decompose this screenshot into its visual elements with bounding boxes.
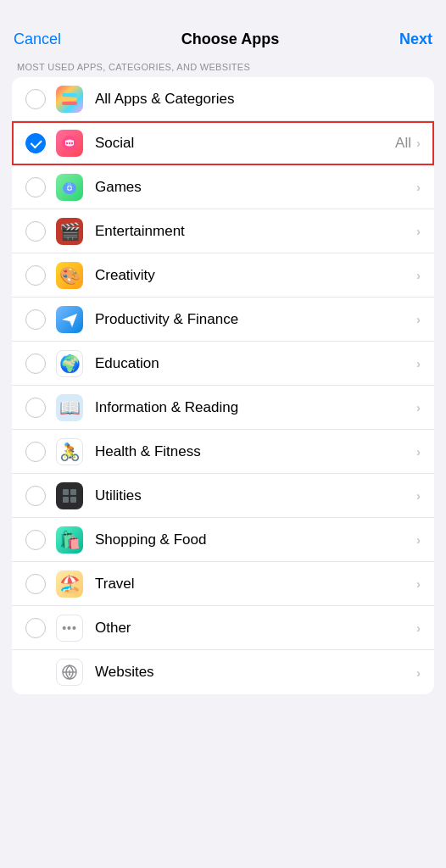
svg-marker-12 [62, 314, 77, 327]
radio-other[interactable] [25, 618, 46, 638]
svg-point-4 [66, 142, 68, 143]
chevron-creativity: › [416, 268, 421, 282]
svg-rect-14 [63, 489, 69, 495]
label-information: Information & Reading [95, 399, 415, 416]
icon-health: 🚴 [56, 438, 83, 465]
svg-rect-17 [70, 497, 76, 503]
list-item-creativity[interactable]: 🎨Creativity› [12, 253, 434, 298]
chevron-other: › [416, 620, 421, 635]
chevron-health: › [416, 444, 421, 459]
list-item-information[interactable]: 📖Information & Reading› [12, 386, 434, 430]
icon-information: 📖 [56, 394, 83, 421]
categories-list: All Apps & CategoriesSocialAll›Games›🎬En… [12, 77, 434, 694]
radio-games[interactable] [25, 177, 46, 198]
chevron-education: › [416, 356, 421, 370]
icon-websites [56, 659, 83, 686]
icon-creativity: 🎨 [56, 262, 83, 289]
svg-rect-15 [70, 489, 76, 495]
list-item-education[interactable]: 🌍Education› [12, 342, 434, 386]
svg-point-5 [69, 142, 70, 143]
list-item-games[interactable]: Games› [12, 165, 434, 209]
label-entertainment: Entertainment [95, 223, 415, 240]
label-health: Health & Fitness [95, 443, 415, 460]
chevron-social: › [416, 136, 421, 150]
list-item-other[interactable]: •••Other› [12, 606, 434, 650]
radio-productivity[interactable] [25, 309, 46, 330]
page-title: Choose Apps [181, 31, 279, 48]
radio-utilities[interactable] [25, 486, 46, 506]
chevron-utilities: › [416, 488, 421, 503]
label-creativity: Creativity [95, 267, 415, 284]
detail-social: All [395, 135, 411, 152]
icon-social [56, 130, 83, 157]
list-item-shopping[interactable]: 🛍️Shopping & Food› [12, 518, 434, 562]
svg-rect-1 [62, 97, 77, 101]
radio-health[interactable] [25, 442, 46, 462]
list-item-social[interactable]: SocialAll› [12, 121, 434, 165]
radio-entertainment[interactable] [25, 221, 46, 242]
radio-information[interactable] [25, 398, 46, 418]
list-item-productivity[interactable]: Productivity & Finance› [12, 298, 434, 342]
list-item-utilities[interactable]: Utilities› [12, 474, 434, 518]
label-social: Social [95, 135, 395, 152]
list-item-health[interactable]: 🚴Health & Fitness› [12, 430, 434, 474]
svg-point-6 [71, 142, 73, 143]
chevron-entertainment: › [416, 224, 421, 238]
label-shopping: Shopping & Food [95, 531, 415, 548]
icon-productivity [56, 306, 83, 333]
label-travel: Travel [95, 576, 415, 593]
icon-shopping: 🛍️ [56, 526, 83, 554]
chevron-productivity: › [416, 312, 421, 326]
radio-education[interactable] [25, 353, 46, 374]
label-games: Games [95, 179, 415, 196]
chevron-websites: › [416, 665, 421, 680]
list-item-travel[interactable]: 🏖️Travel› [12, 562, 434, 606]
radio-travel[interactable] [25, 574, 46, 594]
chevron-games: › [416, 180, 421, 194]
list-item-all[interactable]: All Apps & Categories [12, 77, 434, 121]
list-item-entertainment[interactable]: 🎬Entertainment› [12, 209, 434, 253]
next-button[interactable]: Next [399, 31, 432, 48]
label-websites: Websites [95, 664, 415, 681]
radio-social[interactable] [25, 133, 46, 153]
status-bar [0, 0, 446, 24]
svg-rect-2 [62, 93, 77, 97]
label-education: Education [95, 355, 415, 372]
chevron-information: › [416, 400, 421, 415]
svg-rect-16 [63, 497, 69, 503]
label-other: Other [95, 620, 415, 637]
chevron-shopping: › [416, 532, 421, 547]
icon-games [56, 174, 83, 201]
label-all: All Apps & Categories [95, 91, 421, 108]
svg-rect-0 [62, 102, 77, 105]
chevron-travel: › [416, 576, 421, 591]
cancel-button[interactable]: Cancel [14, 31, 61, 48]
icon-utilities [56, 482, 83, 509]
icon-travel: 🏖️ [56, 570, 83, 598]
icon-entertainment: 🎬 [56, 218, 83, 245]
label-utilities: Utilities [95, 487, 415, 504]
navigation-bar: Cancel Choose Apps Next [0, 24, 446, 58]
label-productivity: Productivity & Finance [95, 311, 415, 328]
radio-creativity[interactable] [25, 265, 46, 286]
icon-other: ••• [56, 615, 83, 642]
radio-shopping[interactable] [25, 530, 46, 550]
list-item-websites[interactable]: Websites› [12, 650, 434, 694]
section-label: Most Used Apps, Categories, and Websites [0, 58, 446, 77]
icon-all [56, 86, 83, 113]
radio-all[interactable] [25, 89, 46, 109]
icon-education: 🌍 [56, 350, 83, 377]
